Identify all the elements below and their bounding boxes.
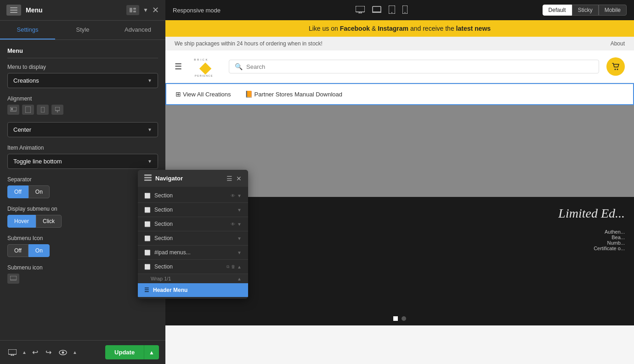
submenu-icon2-controls [7, 274, 158, 284]
hamburger-icon[interactable]: ☰ [175, 62, 182, 72]
wrap-chevron[interactable]: ▲ [237, 276, 242, 281]
chevron-down-1[interactable]: ▼ [237, 193, 242, 198]
nav-item-view-all[interactable]: ⊞ View All Creations [175, 90, 231, 98]
panel-header: Menu ▼ ✕ [0, 0, 165, 21]
eye-button[interactable] [57, 348, 69, 357]
chevron-down-3[interactable]: ▼ [237, 222, 242, 227]
separator-on-button[interactable]: On [28, 185, 50, 198]
hover-button[interactable]: Hover [7, 215, 36, 228]
chevron-down-2[interactable]: ▼ [237, 207, 242, 213]
sticky-view-button[interactable]: Sticky [572, 5, 599, 16]
nav-ipad-label: #ipad menus... [154, 249, 233, 256]
delete-icon-6[interactable]: 🗑 [231, 264, 235, 269]
navigator-title: Navigator [155, 175, 183, 182]
panel-icon [6, 5, 21, 16]
update-button[interactable]: Update [105, 345, 144, 359]
laptop-icon[interactable] [372, 6, 381, 15]
nav-actions-1: 👁 ▼ [231, 193, 242, 198]
navigator-list: ⬜ Section 👁 ▼ ⬜ Section ▼ ⬜ Section 👁 ▼ [138, 187, 248, 299]
nav-section-3[interactable]: ⬜ Section 👁 ▼ [138, 217, 248, 231]
mobile-view-button[interactable]: Mobile [599, 5, 627, 16]
section-icon-4: ⬜ [144, 235, 151, 241]
item-animation-value: Toggle line bottom [13, 158, 62, 165]
tablet-icon[interactable] [389, 6, 395, 15]
alignment-section: Alignment [7, 95, 158, 115]
navigator-close-button[interactable]: ✕ [236, 175, 242, 182]
nav-section-label-6: Section [154, 263, 223, 270]
default-view-button[interactable]: Default [543, 5, 572, 16]
chevron-down-icon-3: ▼ [147, 159, 152, 164]
nav-actions-ipad: ▼ [237, 250, 242, 255]
svg-rect-5 [133, 11, 136, 12]
eye-slash-icon-3[interactable]: 👁 [231, 222, 235, 227]
undo-button[interactable]: ↩ [30, 346, 40, 358]
bottom-toolbar-icons: ▲ ↩ ↪ ▲ [6, 346, 77, 358]
submenu-icon-off-button[interactable]: Off [7, 244, 28, 257]
alignment-value: Center [13, 126, 31, 133]
panel-close-button[interactable]: ✕ [152, 5, 159, 15]
eye-slash-icon-1[interactable]: 👁 [231, 193, 235, 198]
desktop-icon[interactable] [356, 6, 365, 15]
responsive-mode-label: Responsive mode [173, 7, 221, 14]
navigator-menu-icon[interactable]: ☰ [226, 175, 232, 182]
chevron-up-6[interactable]: ▲ [237, 264, 242, 269]
viewport-indicator: ▲ [22, 350, 27, 355]
banner-facebook: Facebook [340, 25, 370, 32]
layout-icon[interactable] [126, 5, 139, 15]
product-details: Authen... Bea... Numb... Certificate o..… [594, 229, 625, 251]
navigator-title-area: Navigator [144, 174, 183, 182]
cart-icon[interactable] [606, 57, 625, 76]
alignment-icons [7, 105, 158, 115]
item-animation-dropdown[interactable]: Toggle line bottom ▼ [7, 154, 158, 169]
svg-rect-13 [8, 349, 17, 354]
carousel-dots [393, 316, 406, 321]
svg-rect-3 [130, 8, 132, 12]
copy-icon-6[interactable]: ⧉ [226, 264, 229, 269]
tab-advanced[interactable]: Advanced [110, 21, 165, 39]
svg-rect-8 [25, 106, 31, 113]
tab-style[interactable]: Style [55, 21, 110, 39]
update-arrow-button[interactable]: ▲ [144, 345, 159, 359]
search-bar[interactable]: 🔍 [229, 60, 599, 73]
svg-rect-29 [144, 179, 152, 181]
menu-to-display-dropdown[interactable]: Creations ▼ [7, 73, 158, 88]
align-tablet-icon[interactable] [22, 105, 34, 115]
align-desktop-icon[interactable] [7, 105, 19, 115]
chevron-down-ipad[interactable]: ▼ [237, 250, 242, 255]
nav-section-2[interactable]: ⬜ Section ▼ [138, 203, 248, 217]
svg-rect-10 [55, 107, 60, 111]
chevron-down-4[interactable]: ▼ [237, 236, 242, 241]
nav-section-label-2: Section [154, 207, 233, 213]
redo-button[interactable]: ↪ [44, 346, 53, 358]
nav-section-1[interactable]: ⬜ Section 👁 ▼ [138, 189, 248, 203]
separator-off-button[interactable]: Off [7, 185, 28, 198]
align-custom-icon[interactable] [51, 105, 63, 115]
submenu-icon-on-button[interactable]: On [28, 244, 50, 257]
view-mode-buttons: Default Sticky Mobile [543, 5, 627, 16]
mobile-icon[interactable] [402, 6, 408, 15]
bea-label: Bea... [594, 235, 625, 240]
svg-rect-27 [144, 174, 152, 176]
shipping-bar: We ship packages within 24 hours of orde… [165, 37, 634, 50]
search-input[interactable] [246, 63, 593, 70]
viewport-toggle-button[interactable] [6, 347, 18, 358]
nav-wrap-row: Wrap 1/1 ▲ [138, 274, 248, 283]
submenu-icon2-desktop[interactable] [7, 274, 19, 284]
svg-rect-28 [144, 177, 152, 179]
nav-item-partner-stores[interactable]: 📙 Partner Stores Manual Download [245, 90, 343, 98]
nav-ipad-menus[interactable]: ⬜ #ipad menus... ▼ [138, 246, 248, 260]
separator-toggle-group: Off On [7, 185, 158, 198]
click-button[interactable]: Click [36, 215, 62, 228]
tab-settings[interactable]: Settings [0, 21, 55, 39]
nav-menu-bar: ⊞ View All Creations 📙 Partner Stores Ma… [165, 83, 634, 105]
menu-section-label: Menu [7, 47, 158, 58]
align-mobile-icon[interactable] [37, 105, 49, 115]
submenu-toggle-group: Hover Click [7, 215, 158, 228]
nav-section-4[interactable]: ⬜ Section ▼ [138, 231, 248, 246]
alignment-dropdown[interactable]: Center ▼ [7, 122, 158, 137]
nav-header-menu-row[interactable]: ☰ Header Menu [138, 283, 248, 297]
navigator-actions: ☰ ✕ [226, 175, 242, 182]
item-animation-label: Item Animation [7, 145, 158, 151]
panel-dropdown-icon[interactable]: ▼ [143, 7, 148, 13]
nav-section-6[interactable]: ⬜ Section ⧉ 🗑 ▲ [138, 260, 248, 274]
